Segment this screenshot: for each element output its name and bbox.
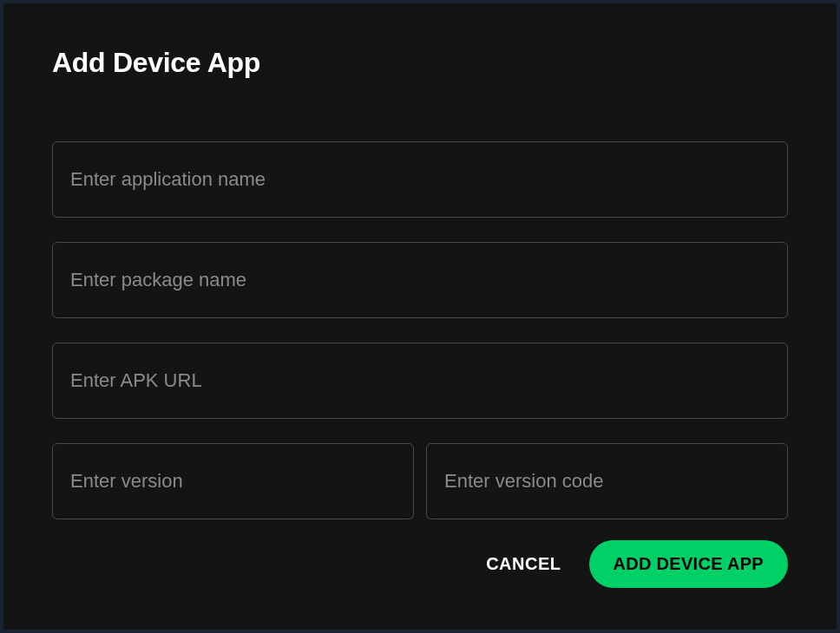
add-device-app-button[interactable]: ADD DEVICE APP (589, 540, 789, 588)
package-name-input[interactable] (52, 242, 788, 318)
version-code-input[interactable] (426, 443, 788, 519)
modal-title: Add Device App (52, 47, 788, 79)
add-device-app-modal: Add Device App CANCEL ADD DEVICE APP (3, 3, 837, 630)
form-container (52, 141, 788, 519)
apk-url-input[interactable] (52, 343, 788, 419)
modal-actions: CANCEL ADD DEVICE APP (52, 540, 788, 588)
cancel-button[interactable]: CANCEL (486, 554, 561, 574)
application-name-input[interactable] (52, 141, 788, 218)
version-row (52, 443, 788, 519)
version-input[interactable] (52, 443, 414, 519)
